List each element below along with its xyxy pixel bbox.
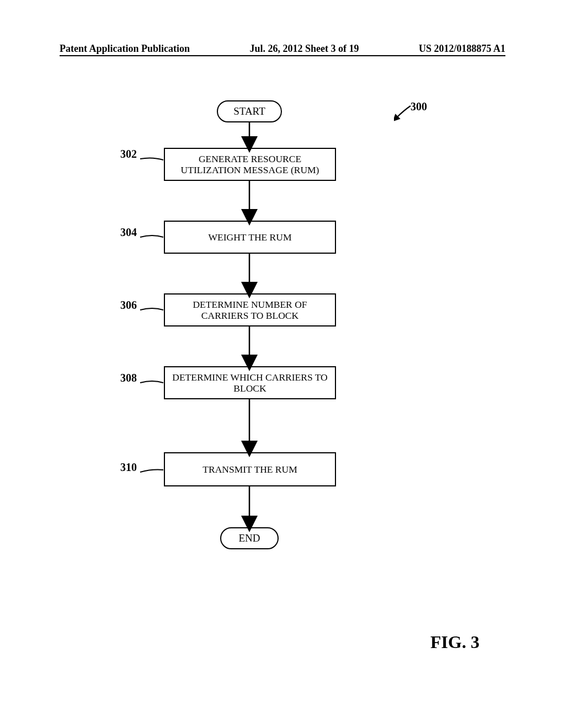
figure-caption: FIG. 3 <box>430 632 479 652</box>
flow-connectors <box>0 0 565 728</box>
page: Patent Application Publication Jul. 26, … <box>0 0 565 728</box>
